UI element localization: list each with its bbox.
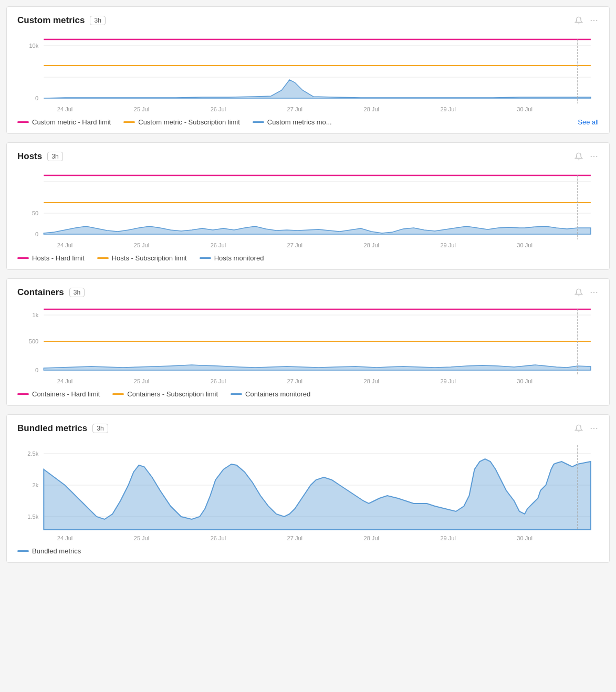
legend-color bbox=[17, 393, 29, 395]
svg-text:26 Jul: 26 Jul bbox=[211, 106, 226, 112]
bell-icon[interactable] bbox=[575, 16, 583, 25]
time-badge[interactable]: 3h bbox=[90, 16, 105, 25]
header-right bbox=[575, 152, 599, 161]
more-icon[interactable] bbox=[589, 16, 599, 25]
svg-text:2.5k: 2.5k bbox=[27, 450, 38, 457]
time-badge[interactable]: 3h bbox=[47, 152, 62, 161]
svg-text:0: 0 bbox=[35, 367, 38, 373]
legend-item-hard-limit: Custom metric - Hard limit bbox=[17, 118, 111, 126]
svg-text:25 Jul: 25 Jul bbox=[134, 378, 149, 384]
panel-header: Bundled metrics 3h bbox=[17, 423, 599, 434]
header-right bbox=[575, 424, 599, 433]
legend-item-containers-monitored: Containers monitored bbox=[231, 390, 310, 398]
svg-text:30 Jul: 30 Jul bbox=[517, 535, 532, 541]
legend: Containers - Hard limit Containers - Sub… bbox=[17, 390, 599, 398]
bell-icon[interactable] bbox=[575, 424, 583, 433]
legend-label: Containers monitored bbox=[245, 390, 310, 398]
bell-icon[interactable] bbox=[575, 152, 583, 161]
svg-text:26 Jul: 26 Jul bbox=[211, 535, 226, 541]
svg-text:29 Jul: 29 Jul bbox=[440, 378, 455, 384]
legend: Bundled metrics bbox=[17, 547, 599, 555]
bell-icon[interactable] bbox=[575, 288, 583, 297]
legend-label: Bundled metrics bbox=[32, 547, 81, 555]
svg-point-2 bbox=[596, 20, 597, 21]
svg-text:25 Jul: 25 Jul bbox=[134, 535, 149, 541]
legend-color bbox=[253, 121, 264, 123]
svg-point-57 bbox=[596, 428, 597, 429]
legend-color bbox=[112, 393, 124, 395]
legend-color bbox=[17, 550, 29, 552]
containers-panel: Containers 3h 1k 500 0 24 Jul 25 Jul 26 … bbox=[6, 278, 610, 406]
more-icon[interactable] bbox=[589, 152, 599, 161]
legend-item-bundled-metrics: Bundled metrics bbox=[17, 547, 81, 555]
svg-text:2k: 2k bbox=[33, 482, 39, 488]
svg-text:29 Jul: 29 Jul bbox=[440, 535, 455, 541]
legend-item-subscription-limit: Hosts - Subscription limit bbox=[97, 254, 187, 262]
time-badge[interactable]: 3h bbox=[92, 424, 108, 433]
legend-item-hosts-monitored: Hosts monitored bbox=[200, 254, 264, 262]
svg-text:25 Jul: 25 Jul bbox=[134, 106, 149, 112]
legend-item-hard-limit: Hosts - Hard limit bbox=[17, 254, 85, 262]
header-left: Bundled metrics 3h bbox=[17, 423, 108, 434]
svg-text:1.5k: 1.5k bbox=[27, 513, 38, 520]
header-right bbox=[575, 288, 599, 297]
svg-text:28 Jul: 28 Jul bbox=[364, 535, 379, 541]
svg-text:1k: 1k bbox=[33, 312, 39, 318]
legend-label: Containers - Subscription limit bbox=[127, 390, 218, 398]
svg-point-56 bbox=[593, 428, 594, 429]
panel-title: Containers bbox=[17, 287, 64, 298]
custom-metrics-chart: 10k 0 24 Jul 25 Jul 26 Jul 27 Jul 28 Jul… bbox=[17, 30, 599, 114]
svg-text:27 Jul: 27 Jul bbox=[287, 106, 302, 112]
legend-item-subscription-limit: Custom metric - Subscription limit bbox=[123, 118, 240, 126]
svg-text:27 Jul: 27 Jul bbox=[287, 242, 302, 248]
panel-header: Hosts 3h bbox=[17, 151, 599, 162]
legend-label: Hosts - Subscription limit bbox=[112, 254, 187, 262]
svg-text:10k: 10k bbox=[29, 43, 38, 49]
containers-chart: 1k 500 0 24 Jul 25 Jul 26 Jul 27 Jul 28 … bbox=[17, 302, 599, 386]
header-left: Custom metrics 3h bbox=[17, 15, 106, 26]
svg-text:0: 0 bbox=[35, 95, 38, 101]
svg-point-55 bbox=[591, 428, 592, 429]
time-badge[interactable]: 3h bbox=[69, 288, 85, 297]
svg-text:28 Jul: 28 Jul bbox=[364, 378, 379, 384]
svg-text:30 Jul: 30 Jul bbox=[517, 378, 532, 384]
svg-text:28 Jul: 28 Jul bbox=[364, 242, 379, 248]
svg-text:50: 50 bbox=[32, 210, 38, 216]
panel-header: Containers 3h bbox=[17, 287, 599, 298]
svg-point-37 bbox=[593, 292, 594, 293]
svg-text:24 Jul: 24 Jul bbox=[57, 535, 72, 541]
svg-point-36 bbox=[591, 292, 592, 293]
more-icon[interactable] bbox=[589, 424, 599, 433]
legend: Custom metric - Hard limit Custom metric… bbox=[17, 118, 599, 126]
header-left: Containers 3h bbox=[17, 287, 85, 298]
legend-color bbox=[123, 121, 135, 123]
svg-text:24 Jul: 24 Jul bbox=[57, 106, 72, 112]
svg-text:30 Jul: 30 Jul bbox=[517, 106, 532, 112]
svg-text:26 Jul: 26 Jul bbox=[211, 378, 226, 384]
bundled-metrics-panel: Bundled metrics 3h 2.5k 2k 1.5k 24 Jul 2… bbox=[6, 414, 610, 563]
svg-point-18 bbox=[591, 156, 592, 157]
svg-text:29 Jul: 29 Jul bbox=[440, 242, 455, 248]
see-all-link[interactable]: See all bbox=[578, 118, 599, 126]
panel-title: Custom metrics bbox=[17, 15, 85, 26]
panel-header: Custom metrics 3h bbox=[17, 15, 599, 26]
hosts-panel: Hosts 3h 50 0 24 Jul 25 Jul 26 Jul 27 Ju… bbox=[6, 142, 610, 270]
legend-label: Hosts - Hard limit bbox=[32, 254, 85, 262]
legend-label: Hosts monitored bbox=[214, 254, 264, 262]
svg-text:29 Jul: 29 Jul bbox=[440, 106, 455, 112]
svg-point-20 bbox=[596, 156, 597, 157]
custom-metrics-panel: Custom metrics 3h 10k 0 24 Jul 25 Jul 26… bbox=[6, 6, 610, 134]
svg-text:26 Jul: 26 Jul bbox=[211, 242, 226, 248]
legend-color bbox=[231, 393, 242, 395]
panel-title: Bundled metrics bbox=[17, 423, 87, 434]
legend-color bbox=[17, 257, 29, 259]
svg-point-0 bbox=[591, 20, 592, 21]
svg-text:27 Jul: 27 Jul bbox=[287, 378, 302, 384]
legend-color bbox=[200, 257, 211, 259]
bundled-metrics-chart: 2.5k 2k 1.5k 24 Jul 25 Jul 26 Jul 27 Jul… bbox=[17, 438, 599, 543]
more-icon[interactable] bbox=[589, 288, 599, 297]
svg-text:25 Jul: 25 Jul bbox=[134, 242, 149, 248]
legend-color bbox=[97, 257, 109, 259]
legend: Hosts - Hard limit Hosts - Subscription … bbox=[17, 254, 599, 262]
legend-label: Custom metric - Subscription limit bbox=[138, 118, 240, 126]
